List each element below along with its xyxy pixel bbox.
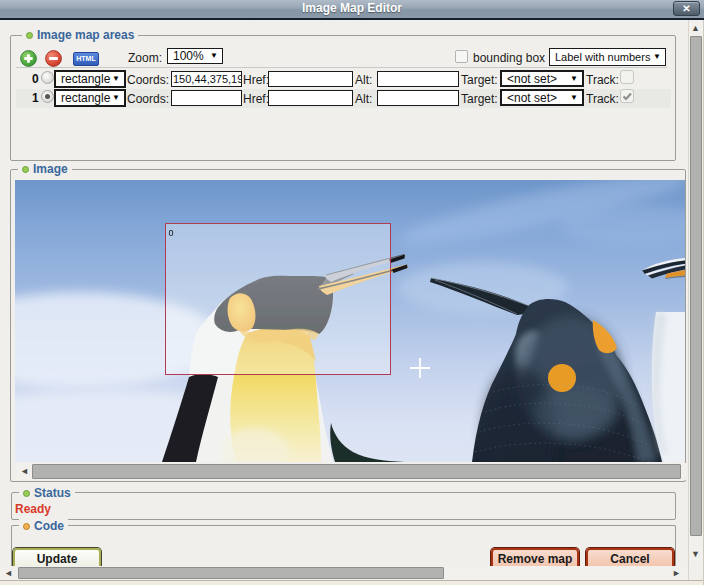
svg-text:0: 0 xyxy=(169,228,174,238)
